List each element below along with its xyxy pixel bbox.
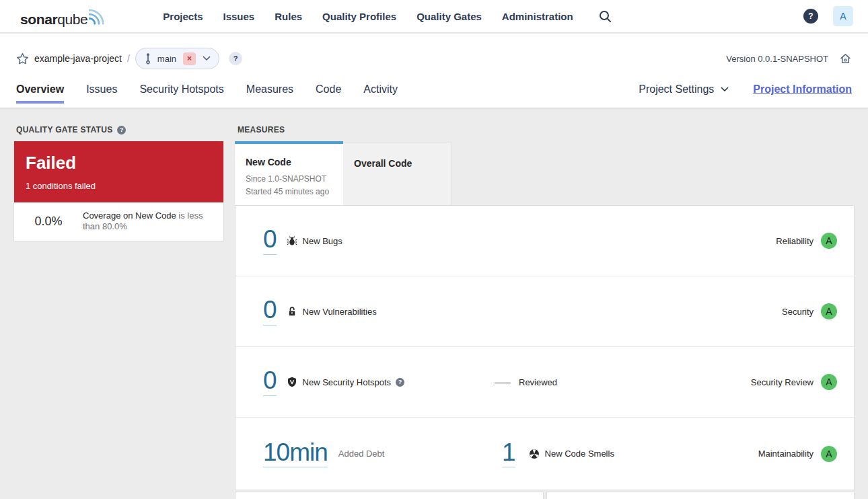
tab-security-hotspots[interactable]: Security Hotspots	[139, 79, 223, 95]
new-vulnerabilities-label: New Vulnerabilities	[303, 307, 377, 317]
logo-text-light: qube	[57, 11, 87, 27]
new-hotspots-count[interactable]: 0	[263, 368, 277, 396]
menu-item-projects[interactable]: Projects	[163, 11, 203, 22]
new-code-smells-label: New Code Smells	[545, 449, 614, 459]
added-debt-label: Added Debt	[338, 449, 385, 459]
security-label: Security	[782, 307, 813, 317]
security-review-rating: Security Review A	[751, 374, 837, 390]
condition-text: Coverage on New Code is less than 80.0%	[83, 210, 215, 233]
menu-item-quality-gates[interactable]: Quality Gates	[417, 11, 482, 22]
navbar-right: ? A	[803, 6, 853, 26]
new-code-smells-count[interactable]: 1	[502, 440, 515, 468]
breadcrumb-separator: /	[127, 53, 130, 64]
measures-card: 0 New Bugs Reliability A	[235, 205, 855, 490]
tab-overview[interactable]: Overview	[16, 79, 64, 95]
bug-icon	[287, 235, 297, 246]
tab-code[interactable]: Code	[316, 79, 341, 95]
reliability-rating: Reliability A	[776, 233, 837, 249]
branch-selector[interactable]: main ×	[135, 48, 219, 69]
lock-icon	[287, 306, 297, 317]
chevron-down-icon	[721, 87, 729, 92]
maintainability-rating-badge: A	[821, 446, 837, 462]
measure-row-bugs: 0 New Bugs Reliability A	[236, 206, 854, 276]
sonarqube-logo[interactable]: sonarqube	[20, 6, 109, 26]
shield-icon	[287, 377, 297, 387]
duplications-card-partial	[546, 492, 855, 499]
version-label: Version 0.0.1-SNAPSHOT	[726, 54, 828, 64]
condition-value: 0.0%	[14, 215, 83, 229]
new-code-started: Started 45 minutes ago	[246, 186, 332, 198]
project-tabs: Overview Issues Security Hotspots Measur…	[16, 79, 852, 108]
maintainability-label: Maintainability	[758, 449, 813, 459]
chevron-down-icon	[203, 56, 211, 61]
sonarqube-overview-page: sonarqube Projects Issues Rules Quality …	[0, 0, 868, 499]
new-code-tab-label: New Code	[246, 157, 332, 167]
measures-title-text: MEASURES	[238, 125, 285, 135]
quality-gate-conditions-count: 1 conditions failed	[26, 181, 212, 191]
user-avatar[interactable]: A	[833, 6, 853, 26]
search-icon	[599, 10, 612, 23]
project-information-link[interactable]: Project Information	[753, 83, 852, 95]
reviewed-label: Reviewed	[519, 377, 557, 387]
new-code-since: Since 1.0-SNAPSHOT	[246, 173, 332, 186]
branch-icon	[144, 52, 152, 65]
code-period-tabs: New Code Since 1.0-SNAPSHOT Started 45 m…	[235, 141, 451, 206]
security-review-label: Security Review	[751, 377, 813, 387]
breadcrumb-project-name[interactable]: example-java-project	[34, 53, 122, 64]
tabs-right: Project Settings Project Information	[639, 79, 852, 95]
new-hotspots-label: New Security Hotspots	[303, 377, 392, 387]
project-settings-menu[interactable]: Project Settings	[639, 83, 729, 95]
logo-text-bold: sonar	[20, 11, 57, 27]
added-debt-value[interactable]: 10min	[263, 440, 328, 468]
tab-activity[interactable]: Activity	[363, 79, 398, 95]
tab-measures[interactable]: Measures	[246, 79, 293, 95]
measure-row-hotspots: 0 New Security Hotspots ? — Reviewed Sec…	[236, 347, 854, 418]
reliability-rating-badge: A	[821, 233, 837, 249]
new-bugs-label: New Bugs	[303, 236, 342, 246]
code-smell-icon	[529, 449, 540, 459]
quality-gate-help-icon[interactable]: ?	[117, 126, 126, 135]
measure-row-maintainability: 10min Added Debt 1 New Code Smells Maint…	[236, 418, 854, 490]
security-rating: Security A	[782, 303, 837, 319]
new-vulnerabilities-count[interactable]: 0	[263, 297, 277, 325]
quality-gate-card: Failed 1 conditions failed 0.0% Coverage…	[13, 141, 224, 241]
code-smells-group: 1 New Code Smells	[502, 440, 614, 468]
new-code-tab-subtext: Since 1.0-SNAPSHOT Started 45 minutes ag…	[246, 173, 332, 198]
menu-item-rules[interactable]: Rules	[275, 11, 302, 22]
condition-metric: Coverage on New Code	[83, 210, 176, 221]
measures-section-title: MEASURES	[238, 125, 285, 135]
branch-help-icon[interactable]: ?	[229, 52, 242, 65]
quality-gate-section-title: QUALITY GATE STATUS ?	[16, 125, 126, 135]
menu-item-quality-profiles[interactable]: Quality Profiles	[322, 11, 396, 22]
new-bugs-count[interactable]: 0	[263, 227, 277, 255]
top-navbar: sonarqube Projects Issues Rules Quality …	[0, 0, 868, 33]
hotspots-help-icon[interactable]: ?	[396, 378, 404, 387]
reliability-label: Reliability	[776, 236, 813, 246]
tab-new-code[interactable]: New Code Since 1.0-SNAPSHOT Started 45 m…	[235, 141, 343, 206]
measure-row-vulnerabilities: 0 New Vulnerabilities Security A	[236, 276, 854, 347]
branch-name: main	[157, 54, 176, 64]
home-icon[interactable]	[839, 52, 852, 65]
tab-overall-code[interactable]: Overall Code	[343, 142, 451, 206]
branch-failed-badge[interactable]: ×	[183, 52, 196, 65]
security-rating-badge: A	[821, 303, 837, 319]
quality-gate-status: Failed	[26, 153, 212, 174]
reviewed-value: —	[495, 377, 511, 387]
maintainability-rating: Maintainability A	[758, 446, 837, 462]
security-review-rating-badge: A	[821, 374, 837, 390]
menu-item-issues[interactable]: Issues	[223, 11, 255, 22]
search-button[interactable]	[599, 10, 612, 23]
help-icon[interactable]: ?	[803, 9, 818, 24]
sonar-waves-icon	[89, 6, 109, 25]
logo-text: sonarqube	[20, 12, 87, 26]
coverage-card-partial	[235, 492, 544, 499]
overall-code-tab-label: Overall Code	[354, 158, 440, 169]
project-header: example-java-project / main ×	[0, 34, 868, 108]
quality-gate-title-text: QUALITY GATE STATUS	[16, 125, 112, 135]
project-settings-label: Project Settings	[639, 83, 714, 95]
menu-item-administration[interactable]: Administration	[502, 11, 573, 22]
favorite-star-icon[interactable]	[16, 52, 29, 65]
tab-issues[interactable]: Issues	[86, 79, 117, 95]
quality-gate-condition[interactable]: 0.0% Coverage on New Code is less than 8…	[14, 202, 223, 241]
quality-gate-banner: Failed 1 conditions failed	[14, 141, 223, 202]
